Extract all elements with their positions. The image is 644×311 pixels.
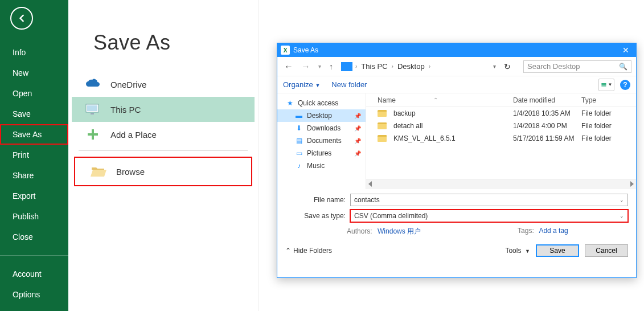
sidebar-item-open[interactable]: Open [0, 83, 68, 104]
tags-label: Tags: [518, 227, 534, 235]
nav-quickaccess[interactable]: ★Quick access [277, 97, 366, 109]
dialog-titlebar: X Save As ✕ [277, 43, 636, 57]
nav-forward-button: → [299, 62, 313, 72]
chevron-down-icon: ▼ [525, 248, 530, 254]
cancel-button[interactable]: Cancel [585, 244, 628, 257]
pin-icon: 📌 [354, 150, 361, 157]
help-button[interactable]: ? [620, 80, 630, 90]
filetype-dropdown[interactable]: CSV (Comma delimited)⌄ [350, 210, 628, 222]
filename-input[interactable]: contacts⌄ [350, 194, 628, 206]
filetype-label: Save as type: [285, 212, 346, 220]
sidebar-item-options[interactable]: Options [0, 284, 68, 305]
chevron-down-icon[interactable]: ▾ [492, 63, 497, 69]
filename-label: File name: [285, 196, 346, 204]
sidebar-item-close[interactable]: Close [0, 227, 68, 247]
tags-link[interactable]: Add a tag [539, 227, 568, 235]
save-button[interactable]: Save [536, 244, 579, 257]
close-icon[interactable]: ✕ [618, 46, 634, 55]
nav-history-dropdown[interactable]: ▾ [316, 63, 323, 69]
sidebar-item-saveas[interactable]: Save As [0, 124, 68, 145]
location-addplace[interactable]: Add a Place [72, 122, 255, 147]
desktop-icon [341, 62, 352, 71]
location-label: Add a Place [110, 130, 157, 140]
sidebar-item-print[interactable]: Print [0, 145, 68, 165]
newfolder-button[interactable]: New folder [331, 80, 367, 89]
sidebar-item-account[interactable]: Account [0, 264, 68, 284]
location-thispc[interactable]: This PC [72, 97, 255, 122]
view-mode-button[interactable]: ≣▼ [598, 79, 614, 91]
pc-icon [83, 101, 102, 117]
dialog-addressbar: ← → ▾ ↑ › This PC › Desktop › ▾ ↻ Search… [277, 57, 636, 76]
dialog-title: Save As [293, 46, 318, 54]
sort-indicator-icon: ⌃ [433, 97, 438, 103]
svg-rect-1 [87, 105, 97, 111]
chevron-right-icon[interactable]: › [354, 63, 358, 69]
chevron-up-icon: ⌃ [285, 247, 291, 255]
location-label: Browse [116, 167, 145, 177]
sidebar-item-save[interactable]: Save [0, 104, 68, 124]
file-row[interactable]: backup1/4/2018 10:35 AMFile folder [366, 107, 636, 120]
nav-desktop[interactable]: ▬Desktop📌 [277, 109, 366, 122]
onedrive-icon [83, 76, 102, 92]
file-list-pane: Name ⌃ Date modified Type backup1/4/2018… [366, 93, 636, 189]
svg-rect-4 [88, 133, 98, 136]
back-arrow-icon [16, 13, 27, 24]
folder-icon [378, 122, 387, 129]
breadcrumb-desktop[interactable]: Desktop [396, 62, 426, 71]
nav-documents[interactable]: ▤Documents📌 [277, 134, 366, 147]
nav-pictures[interactable]: ▭Pictures📌 [277, 147, 366, 159]
location-onedrive[interactable]: OneDrive [72, 72, 255, 97]
location-label: OneDrive [110, 80, 146, 89]
sidebar-item-publish[interactable]: Publish [0, 206, 68, 227]
nav-music[interactable]: ♪Music [277, 159, 366, 172]
browse-highlight: Browse [74, 157, 252, 186]
authors-label: Authors: [347, 227, 372, 235]
file-row[interactable]: KMS_VL_ALL_6.5.15/17/2016 11:59 AMFile f… [366, 132, 636, 145]
folder-icon [378, 110, 387, 117]
pin-icon: 📌 [354, 113, 361, 119]
location-label: This PC [110, 105, 141, 114]
svg-rect-2 [91, 113, 94, 114]
refresh-button[interactable]: ↻ [501, 62, 514, 71]
col-type-header[interactable]: Type [581, 96, 627, 104]
desktop-icon: ▬ [294, 112, 303, 120]
location-browse[interactable]: Browse [77, 159, 249, 184]
hide-folders-toggle[interactable]: ⌃ Hide Folders [285, 247, 332, 255]
page-title: Save As [93, 31, 258, 55]
sidebar-item-share[interactable]: Share [0, 165, 68, 186]
authors-link[interactable]: Windows 用户 [378, 227, 421, 235]
search-placeholder: Search Desktop [527, 62, 580, 71]
picture-icon: ▭ [294, 149, 303, 157]
file-row[interactable]: detach all1/4/2018 4:00 PMFile folder [366, 120, 636, 132]
chevron-down-icon[interactable]: ⌄ [620, 213, 624, 219]
saveas-panel: Save As OneDrive This PC Add a Place Bro… [68, 0, 259, 311]
chevron-down-icon[interactable]: ⌄ [620, 197, 624, 203]
nav-back-button[interactable]: ← [282, 62, 296, 72]
tools-dropdown[interactable]: Tools ▼ [505, 247, 530, 255]
backstage-sidebar: Info New Open Save Save As Print Share E… [0, 0, 68, 311]
dialog-toolbar: Organize ▼ New folder ≣▼ ? [277, 76, 636, 93]
chevron-right-icon[interactable]: › [428, 63, 432, 69]
nav-downloads[interactable]: ⬇Downloads📌 [277, 122, 366, 134]
chevron-down-icon: ▼ [315, 83, 320, 88]
back-button[interactable] [10, 7, 33, 30]
chevron-right-icon[interactable]: › [391, 63, 395, 69]
excel-icon: X [281, 46, 290, 55]
column-headers: Name ⌃ Date modified Type [366, 93, 636, 107]
sidebar-item-new[interactable]: New [0, 63, 68, 83]
horizontal-scrollbar[interactable] [366, 179, 636, 189]
sidebar-item-info[interactable]: Info [0, 42, 68, 63]
organize-dropdown[interactable]: Organize ▼ [283, 80, 320, 89]
pin-icon: 📌 [354, 125, 361, 132]
breadcrumb-thispc[interactable]: This PC [360, 62, 388, 71]
col-name-header[interactable]: Name ⌃ [378, 96, 513, 104]
search-icon: 🔍 [619, 63, 627, 71]
music-icon: ♪ [294, 162, 303, 170]
plus-icon [83, 126, 102, 142]
folder-open-icon [89, 163, 108, 179]
star-icon: ★ [285, 99, 294, 107]
search-input[interactable]: Search Desktop 🔍 [523, 60, 631, 73]
nav-up-button[interactable]: ↑ [327, 62, 335, 71]
col-date-header[interactable]: Date modified [513, 96, 581, 104]
sidebar-item-export[interactable]: Export [0, 186, 68, 206]
